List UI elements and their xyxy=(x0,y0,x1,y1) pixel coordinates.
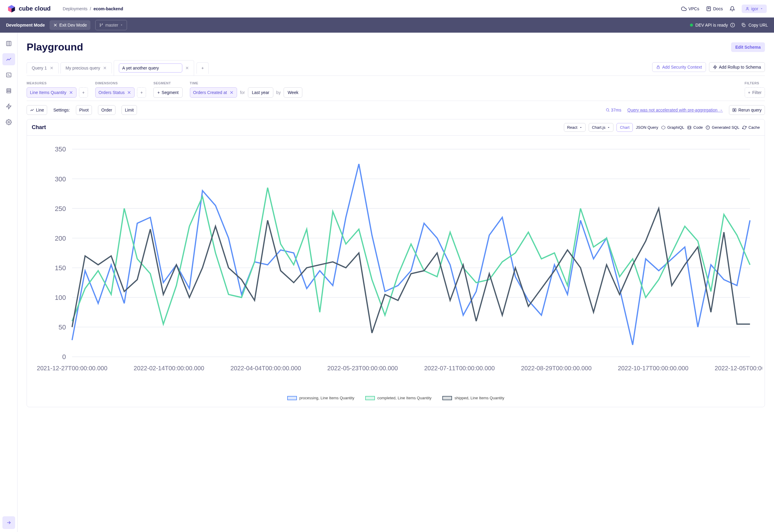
refresh-icon xyxy=(742,125,746,130)
line-chart: 0501001502002503003502021-12-27T00:00:00… xyxy=(29,137,762,393)
svg-line-33 xyxy=(608,111,609,112)
framework-select[interactable]: React xyxy=(564,123,586,132)
sidebar-item-dashboard[interactable] xyxy=(2,37,15,50)
add-tab-button[interactable]: + xyxy=(197,62,209,74)
user-icon xyxy=(745,7,750,11)
chevron-down-icon xyxy=(607,126,610,129)
svg-text:2022-02-14T00:00:00.000: 2022-02-14T00:00:00.000 xyxy=(134,365,204,371)
code-tab[interactable]: Code xyxy=(687,125,703,130)
time-label: TIME xyxy=(190,81,302,85)
breadcrumb-current[interactable]: ecom-backend xyxy=(93,6,123,11)
svg-point-11 xyxy=(733,24,733,24)
search-icon xyxy=(606,108,610,112)
order-button[interactable]: Order xyxy=(98,105,115,115)
cache-tab[interactable]: Cache xyxy=(742,125,760,130)
close-icon[interactable] xyxy=(229,90,234,95)
bell-icon xyxy=(730,6,735,11)
svg-text:2022-08-29T00:00:00.000: 2022-08-29T00:00:00.000 xyxy=(521,365,591,371)
add-segment-button[interactable]: + Segment xyxy=(153,87,182,98)
branch-select[interactable]: master xyxy=(95,20,127,30)
chart-tab-button[interactable]: Chart xyxy=(616,123,633,132)
close-icon[interactable] xyxy=(127,90,131,95)
chart-line-icon xyxy=(6,56,12,62)
copy-url-button[interactable]: Copy URL xyxy=(741,23,768,28)
sidebar-item-preagg[interactable] xyxy=(2,100,15,112)
graphiql-tab[interactable]: GraphiQL xyxy=(661,125,684,130)
legend-item[interactable]: processing, Line Items Quantity xyxy=(287,396,354,400)
close-icon[interactable]: ✕ xyxy=(103,66,107,70)
sidebar-item-terminal[interactable] xyxy=(2,69,15,81)
chart-lib-select[interactable]: Chart.js xyxy=(589,123,614,132)
lock-icon xyxy=(656,65,660,69)
legend-item[interactable]: completed, Line Items Quantity xyxy=(365,396,431,400)
sidebar-collapse-button[interactable] xyxy=(2,516,15,529)
sidebar-item-schema[interactable] xyxy=(2,85,15,97)
add-dimension-button[interactable]: + xyxy=(137,87,146,98)
svg-point-32 xyxy=(606,109,609,111)
svg-rect-18 xyxy=(7,89,11,90)
gear-icon xyxy=(6,119,12,125)
svg-rect-19 xyxy=(7,90,11,91)
brand-name: cube cloud xyxy=(19,5,51,12)
close-icon[interactable] xyxy=(69,90,73,95)
svg-text:2022-05-23T00:00:00.000: 2022-05-23T00:00:00.000 xyxy=(327,365,398,371)
viz-type-select[interactable]: Line xyxy=(27,105,47,115)
segment-label: SEGMENT xyxy=(153,81,182,85)
svg-point-7 xyxy=(100,26,101,26)
add-measure-button[interactable]: + xyxy=(79,87,88,98)
query-tab-1[interactable]: Query 1 ✕ xyxy=(27,62,59,73)
query-tab-2[interactable]: My precious query ✕ xyxy=(60,62,112,73)
board-icon xyxy=(6,41,12,47)
rerun-query-button[interactable]: Rerun query xyxy=(729,105,765,115)
notifications-button[interactable] xyxy=(730,6,735,11)
svg-marker-36 xyxy=(662,126,665,129)
dimension-chip[interactable]: Orders Status xyxy=(95,87,135,98)
svg-text:250: 250 xyxy=(55,205,66,212)
add-filter-button[interactable]: + Filter xyxy=(745,87,765,98)
svg-text:2022-07-11T00:00:00.000: 2022-07-11T00:00:00.000 xyxy=(424,365,495,371)
query-time-badge[interactable]: 37ms xyxy=(606,108,621,112)
info-icon[interactable] xyxy=(730,23,735,28)
add-security-context-button[interactable]: Add Security Context xyxy=(652,62,706,72)
vpcs-link[interactable]: VPCs xyxy=(681,6,699,11)
play-icon xyxy=(732,108,737,112)
breadcrumb-root[interactable]: Deployments xyxy=(63,6,88,11)
svg-text:100: 100 xyxy=(55,294,66,301)
sidebar-item-playground[interactable] xyxy=(2,53,15,65)
svg-rect-13 xyxy=(6,41,11,46)
legend-item[interactable]: shipped, Line Items Quantity xyxy=(442,396,504,400)
sidebar-item-settings[interactable] xyxy=(2,116,15,128)
user-menu[interactable]: igor xyxy=(742,5,767,13)
time-range-select[interactable]: Last year xyxy=(248,87,273,98)
close-icon[interactable]: ✕ xyxy=(185,66,189,70)
terminal-icon xyxy=(6,72,12,78)
time-dimension-chip[interactable]: Orders Created at xyxy=(190,87,237,98)
limit-button[interactable]: Limit xyxy=(122,105,137,115)
filters-label: FILTERS xyxy=(745,81,765,85)
preaggregation-warning-link[interactable]: Query was not accelerated with pre-aggre… xyxy=(627,108,723,112)
chevron-down-icon xyxy=(760,7,763,10)
measure-chip[interactable]: Line Items Quantity xyxy=(27,87,76,98)
query-tab-3[interactable]: ✕ xyxy=(114,60,194,76)
exit-dev-mode-button[interactable]: Exit Dev Mode xyxy=(50,20,90,30)
close-icon[interactable]: ✕ xyxy=(50,66,54,70)
close-icon xyxy=(53,23,57,27)
pivot-button[interactable]: Pivot xyxy=(76,105,92,115)
edit-schema-button[interactable]: Edit Schema xyxy=(731,42,765,52)
lightning-icon xyxy=(713,65,717,69)
svg-marker-25 xyxy=(713,65,717,69)
svg-point-3 xyxy=(746,7,748,9)
page-title: Playground xyxy=(27,41,83,53)
logo[interactable]: cube cloud xyxy=(7,5,51,13)
docs-icon xyxy=(706,6,711,11)
time-grain-select[interactable]: Week xyxy=(284,87,302,98)
chart-title: Chart xyxy=(32,124,46,131)
query-tab-name-input[interactable] xyxy=(119,63,182,73)
svg-point-22 xyxy=(8,122,9,123)
generated-sql-tab[interactable]: Generated SQL xyxy=(706,125,739,130)
json-query-tab[interactable]: JSON Query xyxy=(636,125,658,130)
add-rollup-button[interactable]: Add Rollup to Schema xyxy=(709,62,765,72)
copy-icon xyxy=(741,23,746,28)
docs-link[interactable]: Docs xyxy=(706,6,723,11)
measures-label: MEASURES xyxy=(27,81,88,85)
